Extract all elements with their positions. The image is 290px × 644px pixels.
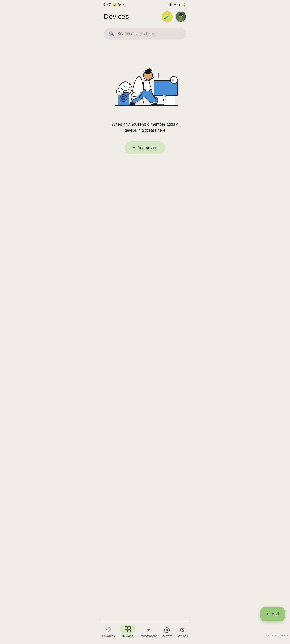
add-device-button[interactable]: + Add device [125,141,166,154]
wifi-icon: ▼ [173,3,177,7]
svg-point-21 [148,68,152,72]
nav-item-automations[interactable]: ✦ Automations [138,625,159,639]
nav-item-devices[interactable]: Devices [118,624,137,639]
header: Devices 🧪 [100,8,190,26]
lab-icon-button[interactable]: 🧪 [162,11,173,22]
terminal-icon: ›_ [122,3,126,6]
header-actions: 🧪 [162,11,186,22]
bottom-bar-container: ♡ Favorites Devices ✦ Automations [100,641,190,644]
add-device-label: Add device [137,146,157,150]
automations-icon: ✦ [146,626,151,633]
automations-label: Automations [140,634,157,638]
empty-state-illustration: ♥ ♥ [105,48,185,113]
illustration-container: ♥ ♥ [100,44,190,117]
signal-icon: ▲ [178,3,181,7]
nav-item-favorites[interactable]: ♡ Favorites [100,625,117,639]
activity-icon [164,627,170,633]
flask-icon: 🧪 [164,13,171,20]
svg-rect-29 [128,626,130,629]
search-container: 🔍 Search devices here [100,26,190,44]
status-bar: 2:47 🐱 ↻ ›_ 📳 ▼ ▲ 🔋 [100,0,190,8]
status-right: 📳 ▼ ▲ 🔋 [169,3,186,7]
svg-point-18 [151,103,157,106]
status-left: 2:47 🐱 ↻ ›_ [104,3,126,7]
svg-text:♥: ♥ [172,78,174,82]
status-time: 2:47 [104,3,111,7]
settings-icon-bg: ⚙ [179,626,185,633]
svg-point-14 [122,96,125,100]
page-title: Devices [104,13,129,21]
search-icon: 🔍 [109,31,114,37]
nav-item-activity[interactable]: Activity [160,626,174,639]
svg-point-7 [163,99,165,101]
vibrate-icon: 📳 [169,3,172,6]
devices-icon-bg [120,625,135,633]
empty-state-description: When any household member adds a device,… [100,117,190,137]
activity-icon-bg [164,627,170,633]
svg-point-1 [178,17,184,21]
cat-icon: 🐱 [112,3,117,7]
devices-icon [124,626,131,632]
settings-label: Settings [177,634,188,638]
favorites-icon-bg: ♡ [106,626,111,633]
svg-rect-30 [125,629,127,632]
svg-point-3 [179,13,183,16]
svg-text:⇅: ⇅ [123,89,125,92]
favorites-label: Favorites [102,634,115,638]
add-device-plus-icon: + [133,145,136,151]
devices-label: Devices [122,634,133,638]
svg-rect-22 [155,73,159,78]
svg-rect-28 [125,626,127,629]
activity-label: Activity [162,634,172,638]
avatar [176,12,186,22]
svg-point-17 [129,103,135,106]
automations-icon-bg: ✦ [146,626,151,633]
search-placeholder: Search devices here [117,32,154,36]
avatar-button[interactable] [175,11,186,22]
nav-item-settings[interactable]: ⚙ Settings [175,625,190,639]
svg-rect-9 [163,95,166,97]
settings-icon: ⚙ [179,626,185,633]
favorites-icon: ♡ [106,626,111,633]
battery-icon: 🔋 [182,3,186,7]
search-bar[interactable]: 🔍 Search devices here [104,28,186,40]
svg-point-33 [166,629,168,631]
svg-text:♥: ♥ [123,84,125,88]
refresh-icon: ↻ [118,3,121,7]
bottom-nav: ♡ Favorites Devices ✦ Automations [100,621,190,644]
svg-rect-31 [128,629,130,632]
